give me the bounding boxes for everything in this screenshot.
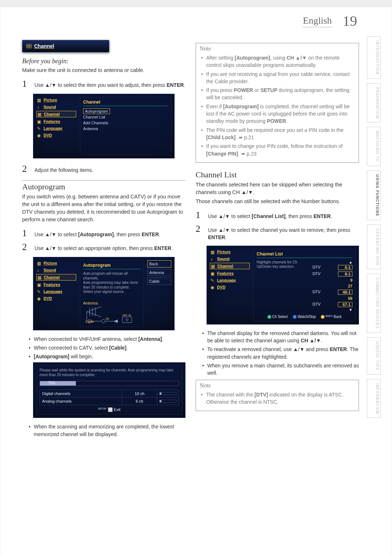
pane-row[interactable]: Antenna <box>83 126 168 132</box>
side-tabs: INTRODUCTIONPREPARATIONWATCHING TVUSING … <box>367 36 381 418</box>
pane-title: Channel List <box>257 251 352 258</box>
channel-list-hint: Highlight channels for Ch Up/Down key se… <box>257 260 309 312</box>
analog-value: 6 ch <box>122 398 157 405</box>
osd-menu-item[interactable]: ✎Language <box>210 277 250 283</box>
pane-title: Autoprogram <box>83 263 140 269</box>
channel-list-bullets: The channel display for the removed chan… <box>202 330 359 377</box>
note-item: The PIN code will be required once you s… <box>201 126 355 141</box>
blue-dot-icon <box>293 315 297 319</box>
autoprogram-intro: If you switch wires (e.g. between antenn… <box>22 193 185 223</box>
cable-label: Cable <box>85 320 94 323</box>
setup-icon: SETUP <box>98 407 106 410</box>
side-tab[interactable]: USING FUNCTIONS <box>367 170 381 220</box>
osd-pane: Channel AutoprogramChannel ListAdd Chann… <box>80 97 171 155</box>
scroll-down-icon[interactable]: ▼ <box>313 308 352 312</box>
channel-row[interactable]: DTV67-1 <box>313 301 352 308</box>
step-text: Use ▲/▼ to select the item you want to a… <box>34 81 185 89</box>
note-item: If you are not receiving a signal from y… <box>201 70 355 85</box>
bullet-item: To reactivate a removed channel, use ▲/▼… <box>202 346 359 360</box>
post-progress-bullet: When the scanning and memorizing are com… <box>29 423 185 438</box>
channel-list-heading: Channel List <box>196 169 359 180</box>
osd-menu-item[interactable]: ▦Channel <box>36 274 76 281</box>
osd-menu-item[interactable]: ◉DVD <box>210 284 250 290</box>
channel-row[interactable]: DTV6-1 <box>313 264 352 271</box>
osd-pane-autoprogram: Autoprogram Auto program will rescan all… <box>80 260 144 327</box>
channel-row[interactable]: 27 <box>313 283 352 289</box>
channels-found-table: Digital channels 10 ch Analog channels 6… <box>40 390 179 405</box>
banner-label: Channel <box>34 43 54 49</box>
svg-rect-0 <box>26 44 32 48</box>
side-tab[interactable]: PREPARATION <box>367 83 381 123</box>
osd-side-button[interactable]: Antenna <box>147 269 171 276</box>
osd-side-button[interactable]: Cable <box>147 278 171 285</box>
osd-menu-item[interactable]: ▦Picture <box>36 97 76 103</box>
note-item: After setting [Autoprogram], using CH ▲/… <box>201 54 355 69</box>
side-tab[interactable]: INFORMATION <box>367 379 381 418</box>
bullet-item: The channel display for the removed chan… <box>202 330 359 345</box>
antenna-diagram-svg: Cable Or ANT. IN <box>83 305 134 323</box>
osd-menu-item[interactable]: ▦Picture <box>36 260 76 266</box>
pane-row[interactable]: Autoprogram <box>83 108 110 114</box>
osd-channel-list: ▦Picture♪Sound▦Channel▣Features✎Language… <box>207 246 359 325</box>
back-label: Back <box>334 315 342 319</box>
svg-line-5 <box>87 307 101 312</box>
bullet-item: [Autoprogram] will begin. <box>29 353 185 360</box>
note-item: If you press POWER or SETUP during autop… <box>201 86 355 101</box>
osd-menu-item[interactable]: ✎Language <box>36 289 76 294</box>
side-tab[interactable]: CONNECTING DEVICES <box>367 274 381 333</box>
svg-line-6 <box>87 312 101 317</box>
intro-steps-cont: Adjust the following items. <box>22 164 185 174</box>
pane-row[interactable]: Channel List <box>83 114 168 120</box>
grid-icon <box>26 44 32 48</box>
exit-row: SETUP ⬜ Exit <box>40 405 179 412</box>
osd-menu-item[interactable]: ▣Features <box>36 118 76 124</box>
right-column: Note After setting [Autoprogram], using … <box>196 40 373 541</box>
before-you-begin-heading: Before you begin: <box>22 57 185 65</box>
osd-progress: Please wait while the system is scanning… <box>33 362 185 418</box>
bullet-item: When you remove a main channel, its subc… <box>202 362 359 377</box>
pane-row[interactable]: Add Channels <box>83 120 168 126</box>
autoprogram-heading: Autoprogram <box>22 180 185 192</box>
note-item: If you want to change your PIN code, fol… <box>201 142 355 157</box>
back-icon-label: BACK <box>326 315 332 317</box>
channel-row[interactable]: 9 <box>313 277 352 283</box>
channel-row[interactable]: DTV8-1 <box>313 271 352 277</box>
digital-label: Digital channels <box>40 390 122 398</box>
svg-point-13 <box>102 319 105 323</box>
channel-row[interactable]: DTV48-1 <box>313 289 352 295</box>
osd-menu-item[interactable]: ▦Channel <box>210 263 250 269</box>
osd-menu-item[interactable]: ✎Language <box>36 125 76 131</box>
osd-menu-item[interactable]: ♪Sound <box>210 256 250 262</box>
green-dot-icon <box>268 315 271 319</box>
note-box-1: Note After setting [Autoprogram], using … <box>196 43 359 163</box>
antenna-diagram: Antenna <box>83 301 140 325</box>
osd-bottom-bar: Ch Select Watch/Skip BACK Back <box>257 315 352 319</box>
svg-rect-15 <box>122 317 132 323</box>
osd-menu-item[interactable]: ◉DVD <box>36 295 76 301</box>
osd-side-button[interactable]: Back <box>147 260 171 267</box>
step-text: Adjust the following items. <box>34 166 185 174</box>
progress-percent: 75% <box>48 381 55 385</box>
step-text: Use ▲/▼ to select [Autoprogram], then pr… <box>34 231 185 238</box>
step-text: Use ▲/▼ to select an appropriate option,… <box>34 245 185 252</box>
side-tab[interactable]: WATCHING TV <box>367 127 381 166</box>
side-tab[interactable]: USEFUL TIPS <box>367 337 381 374</box>
note-item: Even if [Autoprogram] is completed, the … <box>201 103 355 125</box>
side-tab[interactable]: INTRODUCTION <box>367 36 381 79</box>
osd-menu-item[interactable]: ▣Features <box>210 270 250 276</box>
scroll-up-icon[interactable]: ▲ <box>313 260 352 264</box>
or-label: Or <box>106 317 109 321</box>
osd-menu-item[interactable]: ♪Sound <box>36 267 76 273</box>
osd-menu-item[interactable]: ▣Features <box>36 282 76 287</box>
channel-list-pane: Channel List Highlight channels for Ch U… <box>253 249 356 321</box>
osd-menu-item[interactable]: ▦Picture <box>210 249 250 255</box>
side-tab[interactable]: OPERATING DVD <box>367 225 381 270</box>
note-2-list: The channel with the [DTV] indicated on … <box>201 391 355 406</box>
manual-page: English 19 INTRODUCTIONPREPARATIONWATCHI… <box>0 7 392 556</box>
osd-menu-item[interactable]: ◉DVD <box>36 132 76 138</box>
osd-menu-item[interactable]: ♪Sound <box>36 104 76 110</box>
osd-menu-item[interactable]: ▦Channel <box>36 111 76 117</box>
yellow-dot-icon <box>321 315 324 319</box>
channel-list-intro-1: The channels selected here can be skippe… <box>196 181 359 196</box>
channel-row[interactable]: 58 <box>313 295 352 301</box>
